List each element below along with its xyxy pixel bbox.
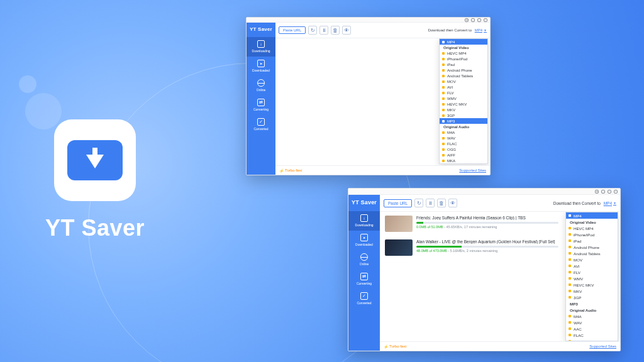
format-option[interactable]: AVI [566,263,618,269]
minimize-icon[interactable]: – [601,190,605,194]
format-option[interactable]: Original Audio [566,307,618,313]
format-option[interactable]: 3GP [440,112,487,118]
format-option[interactable]: OGG [440,146,487,152]
format-option[interactable]: Original Audio [440,124,487,129]
format-option[interactable]: M4A [440,129,487,135]
format-option[interactable]: FLV [440,90,487,96]
settings-icon[interactable]: ⚙ [465,18,469,22]
format-option[interactable]: HEVC MP4 [440,50,487,56]
sidebar-item-downloading[interactable]: Downloading [247,37,275,57]
format-option[interactable]: iPhone/iPod [440,56,487,62]
sidebar-item-downloaded[interactable]: Downloaded [348,231,380,250]
video-thumbnail [385,216,413,232]
format-option[interactable]: MKV [440,107,487,112]
delete-icon[interactable]: 🗑 [437,199,446,207]
sidebar-item-label: Downloaded [252,69,270,72]
pause-icon[interactable]: ⏸ [426,199,435,207]
sidebar-item-label: Converting [253,107,269,111]
sidebar-item-converting[interactable]: Converting [247,96,275,115]
convert-format-dropdown[interactable]: MP4▼ [475,28,487,32]
video-thumbnail [385,239,413,256]
format-option[interactable]: Android Phone [566,244,618,250]
format-option[interactable]: iPad [440,62,487,67]
format-option[interactable]: AAC [566,326,618,332]
format-option[interactable]: HEVC MKV [566,282,618,288]
sidebar-item-downloading[interactable]: Downloading [348,211,380,231]
convert-icon [360,273,368,280]
refresh-icon[interactable]: ↻ [414,199,423,207]
format-option[interactable]: MP3 [440,118,487,124]
format-option[interactable]: WAV [440,135,487,141]
titlebar: ⚙ – □ × [348,189,620,195]
format-option[interactable]: HEVC MKV [440,101,487,107]
format-option[interactable]: HEVC MP4 [566,225,618,231]
preview-icon[interactable]: 👁 [342,26,351,35]
sidebar-item-label: Online [360,262,369,266]
format-option[interactable]: M4A [566,313,618,319]
format-option[interactable]: MP3 [566,300,618,307]
format-option[interactable]: Android Tablets [566,250,618,256]
sidebar-item-online[interactable]: Online [247,76,275,96]
format-option[interactable]: FLV [566,269,618,275]
format-option[interactable]: MKA [440,158,487,163]
app-window-2: ⚙ – □ × YT Saver Downloading Downloaded … [348,188,621,351]
format-option[interactable]: WMV [566,275,618,282]
sidebar-item-label: Downloading [355,223,374,227]
format-option[interactable]: iPhone/iPod [566,231,618,238]
titlebar: ⚙ – □ × [247,18,490,23]
format-option[interactable]: 3GP [566,294,618,300]
maximize-icon[interactable]: □ [477,18,481,22]
brand-logo-icon [67,140,123,180]
format-option[interactable]: WAV [566,319,618,326]
progress-bar [416,222,558,224]
format-option[interactable]: Original Video [440,45,487,50]
sidebar-title: YT Saver [247,23,275,37]
settings-icon[interactable]: ⚙ [595,190,599,194]
statusbar: ⚡ Turbo-fast Supported Sites [380,341,620,351]
format-option[interactable]: MKV [566,288,618,294]
chevron-down-icon: ▼ [613,201,616,205]
maximize-icon[interactable]: □ [608,190,611,194]
sidebar-item-online[interactable]: Online [348,250,380,270]
download-icon [257,40,265,48]
format-option[interactable]: MP4 [440,39,487,45]
close-icon[interactable]: × [484,18,487,22]
supported-sites-link[interactable]: Supported Sites [459,168,486,172]
toolbar: Paste URL ↻ ⏸ 🗑 👁 Download then Convert … [275,23,490,38]
format-option[interactable]: WMV [440,96,487,101]
preview-icon[interactable]: 👁 [448,199,457,207]
format-option[interactable]: MP4 [566,212,618,219]
sidebar-title: YT Saver [348,195,380,211]
globe-icon [360,253,368,261]
minimize-icon[interactable]: – [471,18,475,22]
sidebar-item-downloaded[interactable]: Downloaded [247,57,275,76]
chevron-down-icon: ▼ [484,28,487,32]
format-option[interactable]: FLAC [566,332,618,338]
format-option[interactable]: MOV [440,79,487,84]
paste-url-button[interactable]: Paste URL [279,26,306,34]
pause-icon[interactable]: ⏸ [319,26,328,35]
format-option[interactable]: AVI [440,84,487,90]
format-option[interactable]: FLAC [440,141,487,146]
format-option[interactable]: Android Tablets [440,73,487,79]
sidebar-item-converted[interactable]: Converted [247,115,275,134]
format-option[interactable]: Original Video [566,219,618,225]
sidebar-item-converting[interactable]: Converting [348,270,380,289]
supported-sites-link[interactable]: Supported Sites [589,344,616,348]
toolbar: Paste URL ↻ ⏸ 🗑 👁 Download then Convert … [380,195,620,212]
format-option[interactable]: iPad [566,238,618,244]
format-option[interactable]: Android Phone [440,67,487,73]
format-option[interactable]: OGG [566,338,618,341]
format-dropdown-menu[interactable]: MP4Original VideoHEVC MP4iPhone/iPodiPad… [565,212,618,341]
paste-url-button[interactable]: Paste URL [384,199,412,207]
delete-icon[interactable]: 🗑 [331,26,340,35]
sidebar-item-converted[interactable]: Converted [348,289,380,309]
format-option[interactable]: AIFF [440,152,487,158]
format-dropdown-menu[interactable]: MP4Original VideoHEVC MP4iPhone/iPodiPad… [439,38,488,164]
sidebar: YT Saver Downloading Downloaded Online C… [247,23,275,175]
format-option[interactable]: MOV [566,256,618,263]
refresh-icon[interactable]: ↻ [308,26,317,35]
converted-icon [257,118,265,126]
close-icon[interactable]: × [614,190,618,194]
convert-format-dropdown[interactable]: MP4▼ [604,201,616,206]
